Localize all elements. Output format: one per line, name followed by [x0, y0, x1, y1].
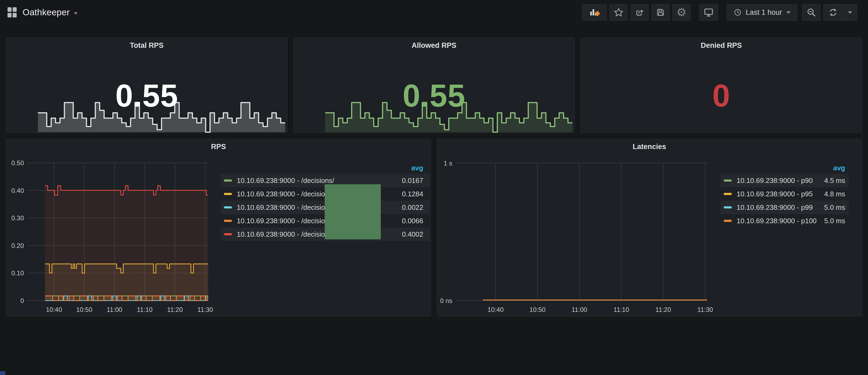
- panel-allowed-rps: Allowed RPS 0.55: [293, 37, 575, 133]
- time-range-picker[interactable]: Last 1 hour: [727, 4, 797, 21]
- series-avg-value: 0.0066: [402, 217, 423, 225]
- share-dashboard-button[interactable]: [630, 4, 649, 21]
- svg-text:1 s: 1 s: [444, 160, 452, 167]
- series-name[interactable]: 10.10.69.238:9000 - /decisions/: [237, 230, 334, 239]
- star-icon: [614, 7, 624, 18]
- svg-text:0.50: 0.50: [11, 159, 24, 166]
- series-avg-value: 5.0 ms: [824, 204, 845, 212]
- cycle-view-mode-button[interactable]: [699, 4, 718, 21]
- series-color-swatch[interactable]: [724, 193, 732, 195]
- legend-header: avg: [720, 162, 849, 174]
- series-color-swatch[interactable]: [724, 180, 732, 182]
- monitor-icon: [703, 7, 714, 18]
- legend-avg-header[interactable]: avg: [411, 164, 423, 172]
- svg-text:11:00: 11:00: [571, 306, 587, 313]
- share-icon: [634, 7, 645, 18]
- legend-row[interactable]: 10.10.69.238:9000 - p995.0 ms: [720, 201, 849, 214]
- series-name[interactable]: 10.10.69.238:9000 - /decisions/: [237, 177, 334, 185]
- time-range-caret-icon: [786, 11, 790, 14]
- svg-text:11:30: 11:30: [698, 306, 713, 313]
- clock-icon: [733, 8, 742, 17]
- svg-text:0.10: 0.10: [11, 270, 24, 277]
- zoom-out-icon: [806, 7, 816, 18]
- series-name[interactable]: 10.10.69.238:9000 - /decisions/: [237, 204, 334, 212]
- series-name[interactable]: 10.10.69.238:9000 - p99: [737, 204, 813, 212]
- add-panel-icon: [589, 7, 600, 18]
- series-avg-value: 5.0 ms: [824, 217, 845, 225]
- dashboard-dropdown-caret-icon[interactable]: [74, 12, 78, 14]
- series-name[interactable]: 10.10.69.238:9000 - /decisions/: [237, 217, 334, 225]
- green-overlay-box: [324, 184, 381, 239]
- latencies-legend: avg 10.10.69.238:9000 - p904.5 ms10.10.6…: [720, 162, 849, 227]
- svg-text:10:40: 10:40: [488, 306, 504, 313]
- bottom-left-artifact: [0, 371, 5, 375]
- gear-icon: ⚙: [676, 7, 687, 18]
- svg-text:11:30: 11:30: [197, 306, 213, 313]
- legend-row[interactable]: 10.10.69.238:9000 - p1005.0 ms: [720, 214, 849, 227]
- refresh-caret-icon: [848, 11, 852, 14]
- dashboard-settings-button[interactable]: ⚙: [672, 4, 691, 21]
- series-color-swatch[interactable]: [224, 193, 232, 195]
- series-color-swatch[interactable]: [224, 180, 232, 182]
- panel-latencies-graph: Latencies 0 ns1 s10:4010:5011:0011:1011:…: [437, 138, 862, 316]
- refresh-button[interactable]: [824, 4, 843, 21]
- legend-row[interactable]: 10.10.69.238:9000 - p904.5 ms: [720, 174, 849, 187]
- dashboard-title[interactable]: Oathkeeper: [23, 7, 70, 18]
- series-color-swatch[interactable]: [224, 206, 232, 209]
- panel-denied-rps: Denied RPS 0: [581, 37, 862, 133]
- legend-row[interactable]: 10.10.69.238:9000 - p954.8 ms: [720, 187, 849, 201]
- series-color-swatch[interactable]: [224, 233, 232, 235]
- svg-text:11:10: 11:10: [614, 306, 629, 313]
- svg-text:0.40: 0.40: [11, 187, 24, 194]
- series-avg-value: 0.0022: [402, 204, 423, 212]
- series-name[interactable]: 10.10.69.238:9000 - p95: [737, 190, 813, 198]
- series-avg-value: 0.4002: [402, 230, 423, 239]
- refresh-icon: [828, 7, 838, 17]
- save-dashboard-button[interactable]: [651, 4, 670, 21]
- svg-text:10:40: 10:40: [46, 306, 62, 313]
- series-avg-value: 0.0167: [402, 177, 423, 185]
- svg-text:0: 0: [21, 297, 24, 304]
- time-range-label: Last 1 hour: [746, 8, 782, 17]
- svg-text:0.20: 0.20: [11, 242, 24, 249]
- panel-total-rps: Total RPS 0.55: [6, 37, 287, 133]
- series-name[interactable]: 10.10.69.238:9000 - /decisions/: [237, 190, 334, 198]
- refresh-button-group: [823, 4, 857, 21]
- zoom-out-time-button[interactable]: [802, 4, 820, 21]
- svg-text:0.30: 0.30: [11, 214, 24, 222]
- svg-text:11:10: 11:10: [137, 306, 152, 313]
- svg-text:10:50: 10:50: [76, 306, 92, 313]
- refresh-interval-dropdown[interactable]: [843, 4, 857, 21]
- add-panel-button[interactable]: [582, 4, 607, 21]
- series-color-swatch[interactable]: [724, 220, 732, 222]
- denied-rps-value: 0: [581, 77, 862, 114]
- svg-text:11:20: 11:20: [655, 306, 671, 313]
- svg-text:0 ns: 0 ns: [440, 297, 452, 304]
- star-dashboard-button[interactable]: [610, 4, 628, 21]
- series-color-swatch[interactable]: [224, 220, 232, 222]
- series-name[interactable]: 10.10.69.238:9000 - p100: [737, 217, 817, 225]
- svg-text:10:50: 10:50: [529, 306, 546, 313]
- series-name[interactable]: 10.10.69.238:9000 - p90: [737, 177, 813, 185]
- svg-text:11:00: 11:00: [107, 306, 122, 313]
- total-rps-value: 0.55: [6, 77, 287, 114]
- series-avg-value: 4.5 ms: [824, 177, 845, 185]
- save-icon: [655, 7, 665, 18]
- panel-title-denied-rps[interactable]: Denied RPS: [581, 41, 862, 50]
- series-avg-value: 4.8 ms: [824, 190, 845, 198]
- allowed-rps-value: 0.55: [293, 77, 575, 114]
- legend-avg-header[interactable]: avg: [833, 164, 845, 172]
- navbar: Oathkeeper: [0, 0, 868, 25]
- svg-text:11:20: 11:20: [167, 306, 183, 313]
- series-avg-value: 0.1284: [402, 190, 423, 198]
- series-color-swatch[interactable]: [724, 206, 732, 209]
- legend-header: avg: [221, 162, 430, 174]
- dashboard-grid-icon[interactable]: [7, 7, 17, 18]
